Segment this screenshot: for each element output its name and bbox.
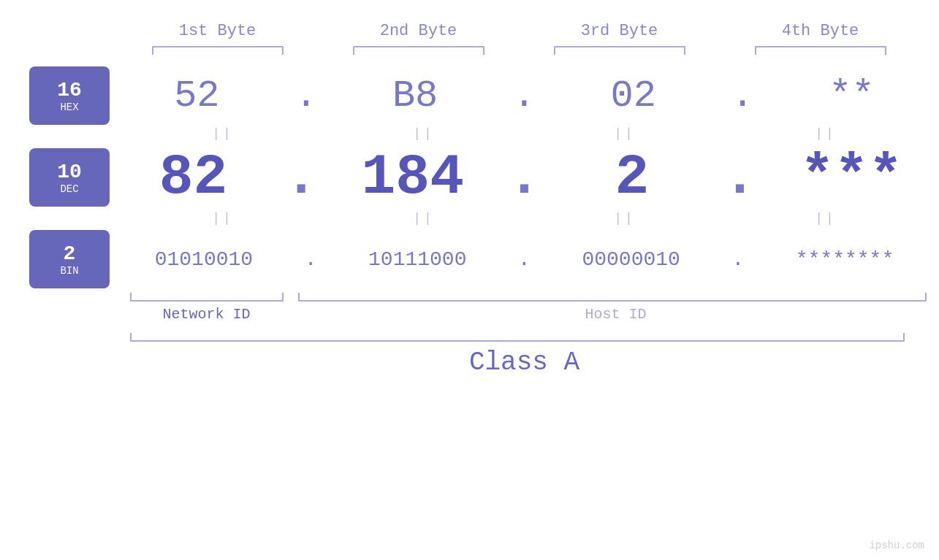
host-bracket (298, 293, 927, 302)
bin-row: 2 BIN 01010010 . 10111000 . 00000010 . *… (0, 230, 939, 288)
byte-label-3: 3rd Byte (547, 22, 693, 40)
hex-number: 16 (57, 79, 82, 101)
bin-val-2: 10111000 (359, 248, 476, 271)
hex-values: 52 . B8 . 02 . ** (110, 74, 939, 118)
long-bracket-row (123, 333, 927, 342)
dec-name: DEC (60, 183, 78, 195)
hex-sep-1: . (294, 74, 317, 118)
hex-row: 16 HEX 52 . B8 . 02 . ** (0, 66, 939, 125)
dec-sep-3: . (723, 145, 757, 210)
top-brackets (117, 46, 921, 55)
hex-val-2: B8 (368, 74, 463, 118)
dec-val-3: 2 (585, 145, 680, 210)
bracket-4 (755, 46, 886, 55)
bin-values: 01010010 . 10111000 . 00000010 . *******… (110, 248, 939, 271)
dec-values: 82 . 184 . 2 . *** (110, 145, 939, 210)
bin-val-3: 00000010 (573, 248, 690, 271)
hex-badge: 16 HEX (29, 66, 110, 125)
byte-headers: 1st Byte 2nd Byte 3rd Byte 4th Byte (117, 0, 921, 40)
bin-sep-3: . (731, 248, 744, 271)
eq-1-4: || (778, 126, 873, 141)
host-id-label: Host ID (305, 306, 927, 323)
equals-row-2: || || || || (123, 211, 927, 226)
byte-label-1: 1st Byte (145, 22, 291, 40)
dec-val-1: 82 (146, 145, 241, 210)
bracket-3 (554, 46, 685, 55)
byte-label-4: 4th Byte (748, 22, 894, 40)
bin-val-1: 01010010 (145, 248, 262, 271)
dec-val-4: *** (800, 145, 902, 210)
long-bracket (130, 333, 905, 342)
dec-val-2: 184 (362, 145, 464, 210)
hex-val-1: 52 (149, 74, 244, 118)
network-id-label: Network ID (123, 306, 291, 323)
dec-sep-1: . (284, 145, 319, 210)
eq-2-1: || (175, 211, 270, 226)
main-container: 1st Byte 2nd Byte 3rd Byte 4th Byte 16 H… (0, 0, 939, 560)
dec-number: 10 (57, 161, 82, 183)
bin-number: 2 (64, 242, 76, 265)
hex-name: HEX (60, 101, 78, 113)
bin-sep-2: . (518, 248, 531, 271)
dec-badge: 10 DEC (29, 148, 110, 207)
eq-2-2: || (376, 211, 471, 226)
bottom-brackets (123, 293, 927, 302)
eq-2-4: || (778, 211, 873, 226)
dec-row: 10 DEC 82 . 184 . 2 . *** (0, 145, 939, 210)
bin-val-4: ******** (786, 248, 903, 271)
hex-sep-3: . (731, 74, 754, 118)
equals-row-1: || || || || (123, 126, 927, 141)
watermark: ipshu.com (869, 540, 924, 551)
bracket-2 (353, 46, 484, 55)
hex-val-4: ** (805, 74, 900, 118)
class-label-row: Class A (123, 348, 927, 377)
id-labels-row: Network ID Host ID (123, 306, 927, 323)
bin-name: BIN (60, 265, 78, 277)
class-label: Class A (469, 348, 579, 377)
network-bracket (130, 293, 284, 302)
eq-1-2: || (376, 126, 471, 141)
eq-2-3: || (577, 211, 672, 226)
bin-sep-1: . (305, 248, 317, 271)
eq-1-1: || (175, 126, 270, 141)
bracket-1 (152, 46, 284, 55)
bin-badge: 2 BIN (29, 230, 110, 288)
byte-label-2: 2nd Byte (346, 22, 492, 40)
dec-sep-2: . (507, 145, 541, 210)
hex-sep-2: . (513, 74, 536, 118)
hex-val-3: 02 (586, 74, 681, 118)
eq-1-3: || (577, 126, 672, 141)
